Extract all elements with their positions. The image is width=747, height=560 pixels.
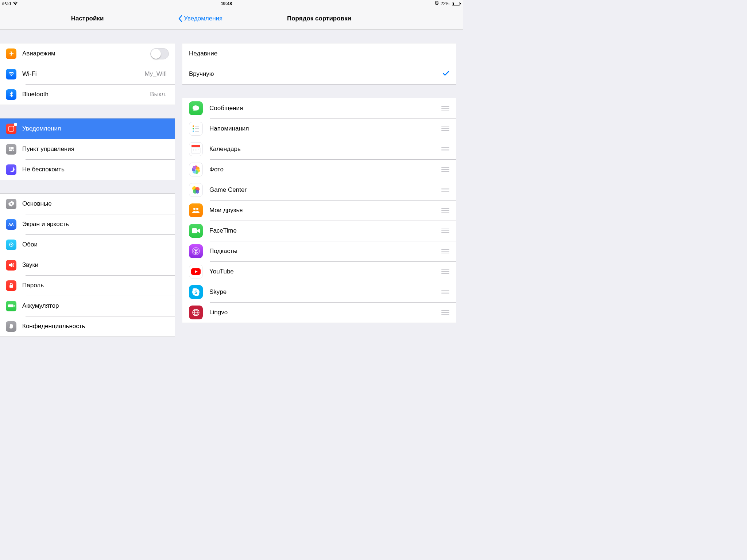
app-label: Напоминания xyxy=(209,125,438,132)
settings-sidebar: Настройки Авиарежим Wi-Fi My_Wifi Blueto… xyxy=(0,7,175,347)
reorder-handle-icon[interactable] xyxy=(438,229,449,233)
sidebar-item-label: Основные xyxy=(22,200,169,207)
sidebar-navbar: Настройки xyxy=(0,7,175,30)
reminders-icon xyxy=(189,122,203,136)
sidebar-item-wifi[interactable]: Wi-Fi My_Wifi xyxy=(0,64,175,84)
reorder-handle-icon[interactable] xyxy=(438,167,449,172)
reorder-handle-icon[interactable] xyxy=(438,249,449,253)
app-row-skype[interactable]: S Skype xyxy=(182,282,456,302)
svg-rect-10 xyxy=(8,304,13,307)
facetime-icon xyxy=(189,224,203,238)
reorder-handle-icon[interactable] xyxy=(438,188,449,192)
svg-rect-15 xyxy=(195,126,199,127)
airplane-toggle[interactable] xyxy=(150,48,169,59)
svg-point-20 xyxy=(193,149,194,149)
messages-icon xyxy=(189,101,203,115)
detail-navbar: Уведомления Порядок сортировки xyxy=(175,7,463,30)
svg-point-12 xyxy=(193,125,194,127)
svg-point-4 xyxy=(9,148,11,149)
svg-point-23 xyxy=(198,149,199,149)
findfriends-icon xyxy=(189,203,203,217)
svg-rect-11 xyxy=(14,305,15,307)
svg-point-21 xyxy=(195,149,196,149)
sidebar-item-sounds[interactable]: Звуки xyxy=(0,255,175,275)
reorder-handle-icon[interactable] xyxy=(438,127,449,131)
app-row-messages[interactable]: Сообщения xyxy=(182,98,456,118)
photos-icon xyxy=(189,163,203,176)
svg-point-43 xyxy=(195,250,197,252)
sidebar-item-airplane[interactable]: Авиарежим xyxy=(0,43,175,64)
app-row-findfriends[interactable]: Мои друзья xyxy=(182,200,456,221)
reorder-handle-icon[interactable] xyxy=(438,310,449,315)
moon-icon xyxy=(6,164,16,175)
wifi-icon xyxy=(13,1,18,6)
app-row-calendar[interactable]: Календарь xyxy=(182,139,456,159)
back-button[interactable]: Уведомления xyxy=(175,15,222,22)
app-label: Game Center xyxy=(209,186,438,194)
sidebar-item-label: Конфиденциальность xyxy=(22,323,169,330)
app-label: Подкасты xyxy=(209,248,438,255)
svg-rect-3 xyxy=(9,149,14,151)
wifi-settings-icon xyxy=(6,69,16,79)
app-row-podcasts[interactable]: Подкасты xyxy=(182,241,456,261)
clock: 19:48 xyxy=(18,1,435,6)
reorder-handle-icon[interactable] xyxy=(438,269,449,274)
sidebar-item-bluetooth[interactable]: Bluetooth Выкл. xyxy=(0,84,175,105)
svg-point-22 xyxy=(197,149,197,149)
svg-text:AA: AA xyxy=(8,222,13,226)
sidebar-item-passcode[interactable]: Пароль xyxy=(0,275,175,296)
gear-icon xyxy=(6,199,16,209)
svg-point-39 xyxy=(196,208,198,210)
svg-rect-1 xyxy=(9,126,14,131)
sidebar-item-control-center[interactable]: Пункт управления xyxy=(0,139,175,159)
reorder-handle-icon[interactable] xyxy=(438,208,449,213)
battery-icon xyxy=(451,2,461,5)
app-row-reminders[interactable]: Напоминания xyxy=(182,118,456,139)
skype-icon: S xyxy=(189,285,203,299)
sidebar-item-general[interactable]: Основные xyxy=(0,194,175,214)
svg-point-26 xyxy=(197,151,197,151)
sidebar-item-display[interactable]: AA Экран и яркость xyxy=(0,214,175,234)
detail-pane: Уведомления Порядок сортировки Недавние … xyxy=(175,7,463,347)
control-center-icon xyxy=(6,144,16,155)
app-row-gamecenter[interactable]: Game Center xyxy=(182,180,456,200)
svg-text:S: S xyxy=(194,289,198,295)
sidebar-item-label: Пункт управления xyxy=(22,145,169,153)
svg-point-13 xyxy=(193,128,194,129)
lingvo-icon xyxy=(189,306,203,319)
svg-point-24 xyxy=(193,151,194,151)
svg-rect-18 xyxy=(191,145,200,147)
option-label: Недавние xyxy=(189,50,449,57)
app-row-lingvo[interactable]: Lingvo xyxy=(182,302,456,323)
app-label: YouTube xyxy=(209,268,438,275)
sidebar-item-battery[interactable]: Аккумулятор xyxy=(0,296,175,316)
app-label: FaceTime xyxy=(209,227,438,234)
sidebar-item-notifications[interactable]: Уведомления xyxy=(0,118,175,139)
calendar-icon xyxy=(189,142,203,156)
wallpaper-icon xyxy=(6,240,16,250)
svg-point-33 xyxy=(193,166,196,170)
sidebar-item-label: Аккумулятор xyxy=(22,302,169,310)
svg-rect-2 xyxy=(9,147,14,149)
app-label: Сообщения xyxy=(209,105,438,112)
svg-point-14 xyxy=(193,131,194,132)
sidebar-item-label: Звуки xyxy=(22,261,169,269)
notifications-icon xyxy=(6,124,16,134)
sort-option-manual[interactable]: Вручную xyxy=(182,64,456,84)
lock-icon xyxy=(6,280,16,291)
app-row-facetime[interactable]: FaceTime xyxy=(182,221,456,241)
app-label: Календарь xyxy=(209,145,438,153)
reorder-handle-icon[interactable] xyxy=(438,290,449,294)
sidebar-item-label: Обои xyxy=(22,241,169,248)
reorder-handle-icon[interactable] xyxy=(438,106,449,110)
app-row-photos[interactable]: Фото xyxy=(182,159,456,180)
svg-point-38 xyxy=(193,208,196,210)
sidebar-item-dnd[interactable]: Не беспокоить xyxy=(0,159,175,180)
reorder-handle-icon[interactable] xyxy=(438,147,449,151)
sort-option-recent[interactable]: Недавние xyxy=(182,43,456,64)
sidebar-item-label: Авиарежим xyxy=(22,50,150,57)
app-row-youtube[interactable]: YouTube xyxy=(182,261,456,282)
sidebar-item-privacy[interactable]: Конфиденциальность xyxy=(0,316,175,337)
sidebar-item-label: Не беспокоить xyxy=(22,166,169,173)
sidebar-item-wallpaper[interactable]: Обои xyxy=(0,234,175,255)
